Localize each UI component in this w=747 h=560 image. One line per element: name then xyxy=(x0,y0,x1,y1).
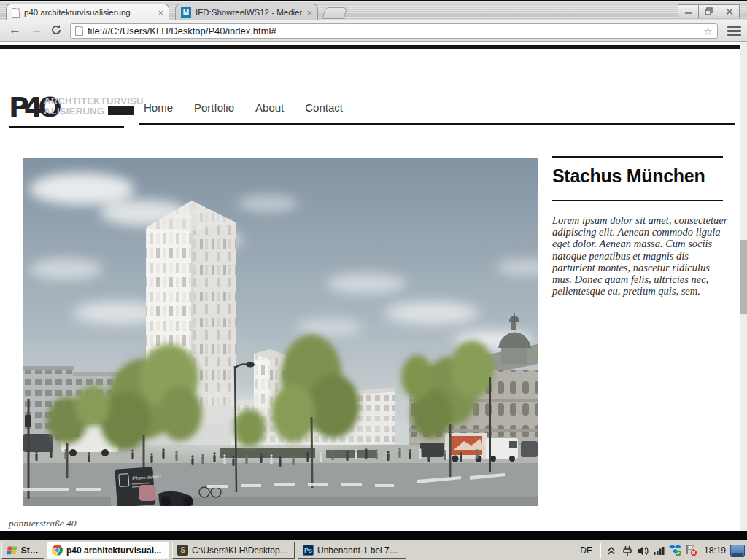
action-center-flag-icon[interactable] xyxy=(685,545,698,556)
site-logo-text: ARCHTITEKTURVISU ALISIERUNG xyxy=(44,96,144,116)
tab-title: p40 architekturvisualisierung xyxy=(24,8,153,17)
tab-p40[interactable]: p40 architekturvisualisierung × xyxy=(6,4,169,20)
nav-portfolio[interactable]: Portfolio xyxy=(194,101,234,114)
tab-ifd-showreel[interactable]: M IFD:ShowreelWS12 - Medien × xyxy=(175,4,318,20)
nav-about[interactable]: About xyxy=(255,101,284,114)
s-app-icon: S xyxy=(177,545,188,556)
chrome-icon xyxy=(52,545,63,556)
clock[interactable]: 18:19 xyxy=(704,545,726,556)
windows-logo-icon xyxy=(7,545,18,556)
page-viewport: P4O ARCHTITEKTURVISU ALISIERUNG Home Por… xyxy=(0,42,740,531)
scrollbar-thumb[interactable] xyxy=(740,240,747,314)
dropbox-icon[interactable] xyxy=(669,545,682,556)
tab-strip: p40 architekturvisualisierung × M IFD:Sh… xyxy=(0,1,747,20)
taskbar-item-chrome[interactable]: p40 architekturvisual... xyxy=(47,542,169,559)
taskbar-item-explorer[interactable]: S C:\Users\KLH\Desktop\P... xyxy=(172,542,295,559)
taskbar: Start p40 architekturvisual... S C:\User… xyxy=(0,540,747,560)
tab-close-icon[interactable]: × xyxy=(158,8,163,18)
taskbar-item-photoshop[interactable]: Ps Unbenannt-1 bei 73,3% ... xyxy=(298,542,406,559)
tab-close-icon[interactable]: × xyxy=(306,8,312,18)
contact-block: pannierstraße 40 12047 berlin t +49178 5… xyxy=(9,518,98,531)
tray-divider xyxy=(600,543,601,558)
minimize-button[interactable] xyxy=(678,4,699,18)
desktop: p40 architekturvisualisierung × M IFD:Sh… xyxy=(0,0,747,560)
hero-image: iPhone defekt? xyxy=(23,158,538,506)
window-controls xyxy=(678,4,740,18)
nav-underline xyxy=(139,123,735,125)
reload-button[interactable] xyxy=(51,24,61,39)
nav-home[interactable]: Home xyxy=(144,101,173,114)
url-text[interactable]: file:///C:/Users/KLH/Desktop/P40/index.h… xyxy=(88,26,699,36)
m-favicon-icon: M xyxy=(181,7,191,18)
new-tab-button[interactable] xyxy=(322,7,347,19)
volume-icon[interactable] xyxy=(637,545,650,556)
chrome-menu-icon[interactable] xyxy=(727,26,741,37)
browser-toolbar: ← → file:///C:/Users/KLH/Desktop/P40/ind… xyxy=(0,20,747,42)
logo-black-block xyxy=(108,106,134,115)
close-button[interactable] xyxy=(719,4,740,18)
project-topline xyxy=(552,156,723,158)
photoshop-icon: Ps xyxy=(303,545,314,556)
page-top-bar xyxy=(0,45,740,49)
main-nav: Home Portfolio About Contact xyxy=(144,101,343,114)
project-description: Lorem ipsum dolor sit amet, consectetuer… xyxy=(552,214,728,298)
page-favicon-icon xyxy=(12,8,20,18)
contact-street: pannierstraße 40 xyxy=(9,518,98,530)
start-button[interactable]: Start xyxy=(1,542,44,559)
tab-title: IFD:ShowreelWS12 - Medien xyxy=(196,8,302,17)
logo-underline xyxy=(9,126,124,128)
show-desktop-icon[interactable] xyxy=(730,545,745,557)
address-bar[interactable]: file:///C:/Users/KLH/Desktop/P40/index.h… xyxy=(70,23,718,39)
bookmark-star-icon[interactable]: ☆ xyxy=(703,25,713,38)
system-tray: DE 18:19 xyxy=(575,542,747,559)
window-bottom-edge xyxy=(0,531,747,540)
page-icon xyxy=(75,26,83,36)
restore-button[interactable] xyxy=(698,4,719,18)
language-indicator[interactable]: DE xyxy=(575,545,597,556)
power-plug-icon[interactable] xyxy=(621,545,634,556)
back-button[interactable]: ← xyxy=(9,23,21,37)
project-title-underline xyxy=(552,200,723,201)
page-scrollbar[interactable] xyxy=(740,42,747,531)
network-signal-icon[interactable] xyxy=(653,545,666,556)
forward-button[interactable]: → xyxy=(31,23,43,37)
show-hidden-icons-chevron[interactable] xyxy=(605,545,618,556)
project-title: Stachus München xyxy=(552,166,727,187)
nav-contact[interactable]: Contact xyxy=(305,101,343,114)
